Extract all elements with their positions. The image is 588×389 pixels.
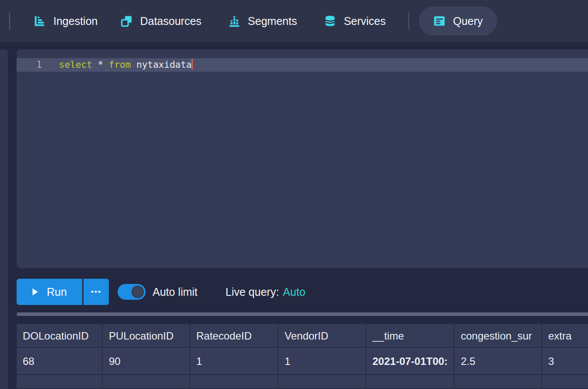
nav-item-label: Datasources xyxy=(140,15,201,28)
nav-divider xyxy=(9,13,10,29)
table-cell[interactable] xyxy=(366,375,455,389)
auto-limit-toggle[interactable] xyxy=(118,284,146,300)
sql-table-name: nytaxidata xyxy=(131,60,191,70)
text-cursor xyxy=(191,59,193,70)
nav-item-label: Segments xyxy=(248,15,297,28)
nav-item-services[interactable]: Services xyxy=(324,15,386,28)
results-table: DOLocationID PULocationID RatecodeID Ven… xyxy=(17,324,588,389)
table-cell[interactable] xyxy=(17,375,103,389)
sql-keyword: select xyxy=(59,60,92,70)
column-header-dolocationid[interactable]: DOLocationID xyxy=(17,324,103,348)
column-header-pulocationid[interactable]: PULocationID xyxy=(103,324,190,348)
services-icon xyxy=(324,15,336,27)
nav-item-query[interactable]: Query xyxy=(419,7,497,35)
table-cell[interactable]: 1 xyxy=(190,348,278,375)
table-cell-time[interactable]: 2021-07-01T00: xyxy=(366,348,455,375)
run-button-label: Run xyxy=(47,286,67,298)
druid-console: Ingestion Datasources xyxy=(0,0,588,389)
live-query-selector[interactable]: Auto xyxy=(283,286,305,298)
ingestion-icon xyxy=(34,15,46,27)
nav-item-ingestion[interactable]: Ingestion xyxy=(34,15,97,28)
nav-item-segments[interactable]: Segments xyxy=(228,15,297,28)
table-cell[interactable] xyxy=(278,375,366,389)
panel-resize-handle[interactable] xyxy=(17,312,588,316)
segments-icon xyxy=(228,15,240,27)
datasources-icon xyxy=(120,15,132,27)
column-header-time[interactable]: __time xyxy=(366,324,455,348)
column-header-congestion-surcharge[interactable]: congestion_sur xyxy=(455,324,542,348)
table-cell[interactable]: 3 xyxy=(542,348,588,375)
column-header-vendorid[interactable]: VendorID xyxy=(278,324,366,348)
table-cell[interactable]: 1 xyxy=(278,348,366,375)
sql-editor[interactable]: 1 select * from nytaxidata xyxy=(17,49,588,268)
table-row xyxy=(17,375,588,389)
nav-divider xyxy=(408,12,409,30)
live-query-label: Live query: xyxy=(226,286,279,298)
run-toolbar: Run ••• Auto limit Live query: Auto xyxy=(17,279,588,305)
column-header-ratecodeid[interactable]: RatecodeID xyxy=(190,324,278,348)
sql-statement: select * from nytaxidata xyxy=(59,58,193,72)
table-cell[interactable] xyxy=(103,375,190,389)
nav-item-datasources[interactable]: Datasources xyxy=(120,15,201,28)
query-icon xyxy=(433,15,445,27)
table-cell[interactable] xyxy=(455,375,542,389)
top-nav: Ingestion Datasources xyxy=(0,0,588,42)
run-more-button[interactable]: ••• xyxy=(84,279,109,305)
table-cell[interactable] xyxy=(542,375,588,389)
table-cell[interactable]: 68 xyxy=(17,348,103,375)
line-number: 1 xyxy=(17,58,50,72)
run-button-group: Run ••• xyxy=(17,279,109,305)
sql-keyword: from xyxy=(109,60,131,70)
column-header-extra[interactable]: extra xyxy=(542,324,588,348)
nav-item-label: Query xyxy=(453,15,483,28)
table-row: 68 90 1 1 2021-07-01T00: 2.5 3 xyxy=(17,348,588,375)
more-icon: ••• xyxy=(91,287,101,296)
editor-active-line: 1 select * from nytaxidata xyxy=(17,58,588,72)
run-button[interactable]: Run xyxy=(17,279,82,305)
toggle-knob xyxy=(132,286,144,298)
nav-item-label: Ingestion xyxy=(53,15,97,28)
play-icon xyxy=(32,288,38,296)
query-view: 1 select * from nytaxidata Run ••• xyxy=(17,49,588,389)
table-cell[interactable]: 90 xyxy=(103,348,190,375)
table-cell[interactable] xyxy=(190,375,278,389)
auto-limit-label: Auto limit xyxy=(153,286,198,298)
results-header-row: DOLocationID PULocationID RatecodeID Ven… xyxy=(17,324,588,348)
table-cell[interactable]: 2.5 xyxy=(455,348,542,375)
left-panel-edge xyxy=(0,49,8,389)
nav-item-label: Services xyxy=(344,15,386,28)
sql-text: * xyxy=(92,60,109,70)
